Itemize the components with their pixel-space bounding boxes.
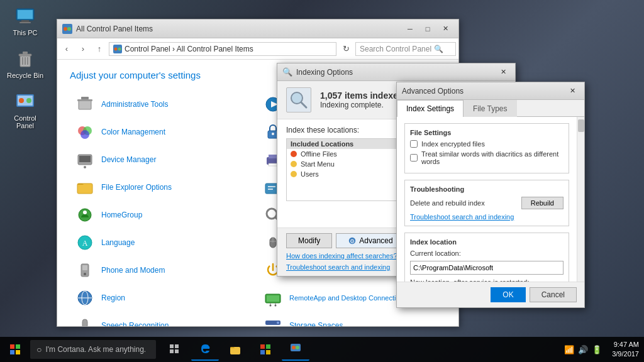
index-location-title: Index location [410, 238, 564, 246]
control-panel-desktop-label: Control Panel [14, 114, 36, 129]
taskbar-clock[interactable]: 9:47 AM 3/9/2017 [607, 340, 644, 359]
troubleshooting-section: Troubleshooting Delete and rebuild index… [404, 180, 569, 226]
index-encrypted-checkbox[interactable] [410, 140, 418, 148]
cancel-button[interactable]: Cancel [530, 287, 577, 302]
file-settings-title: File Settings [410, 129, 564, 136]
tab-file-types[interactable]: File Types [464, 100, 516, 117]
address-path[interactable]: Control Panel › All Control Panel Items [109, 42, 336, 56]
svg-rect-80 [260, 344, 265, 349]
minimize-button[interactable]: ─ [402, 23, 418, 35]
cp-item-file-explorer[interactable]: File Explorer Options [70, 173, 258, 201]
battery-icon[interactable]: 🔋 [592, 345, 602, 354]
svg-rect-37 [265, 184, 278, 194]
color-mgmt-label: Color Management [101, 128, 165, 136]
scrollbar-thumb[interactable] [578, 119, 584, 132]
forward-button[interactable]: › [76, 42, 90, 56]
taskbar-search[interactable]: ○ I'm Cortana. Ask me anything. [30, 340, 156, 359]
network-icon[interactable]: 📶 [564, 345, 574, 354]
svg-rect-2 [21, 20, 29, 22]
speech-label: Speech Recognition [101, 321, 169, 326]
window-titlebar: All Control Panel Items ─ □ ✕ [57, 19, 458, 38]
recycle-bin-icon[interactable]: Recycle Bin [6, 49, 44, 79]
start-menu-label: Start Menu [301, 160, 335, 168]
svg-point-29 [272, 133, 274, 135]
advanced-scrollbar[interactable] [577, 117, 584, 282]
svg-rect-82 [260, 350, 265, 354]
volume-icon[interactable]: 🔊 [578, 345, 588, 354]
svg-rect-1 [18, 10, 33, 19]
offline-files-bullet [291, 151, 297, 157]
cp-item-homegroup[interactable]: HomeGroup [70, 201, 258, 229]
cp-item-phone-modem[interactable]: Phone and Modem [70, 256, 258, 284]
indexing-title-icon: 🔍 [282, 67, 292, 77]
file-settings-section: File Settings Index encrypted files Trea… [404, 123, 569, 173]
maximize-button[interactable]: □ [419, 23, 436, 35]
svg-text:A: A [82, 239, 88, 248]
advanced-footer: OK Cancel [397, 282, 584, 307]
admin-tools-label: Administrative Tools [101, 100, 169, 109]
control-panel-taskbar-button[interactable] [282, 338, 309, 361]
refresh-button[interactable]: ↻ [339, 42, 353, 56]
svg-point-13 [26, 98, 31, 103]
delete-rebuild-label: Delete and rebuild index [410, 199, 485, 207]
speech-icon [75, 315, 95, 326]
back-button[interactable]: ‹ [60, 42, 74, 56]
cp-item-language[interactable]: A Language [70, 229, 258, 256]
modify-button[interactable]: Modify [286, 233, 332, 248]
troubleshoot-link[interactable]: Troubleshoot search and indexing [410, 213, 564, 221]
svg-rect-35 [269, 163, 277, 166]
up-button[interactable]: ↑ [92, 42, 106, 56]
desktop: This PC Recycle Bin [0, 0, 644, 362]
svg-rect-78 [175, 349, 179, 353]
advanced-titlebar: Advanced Options ✕ [397, 82, 584, 100]
cp-item-admin-tools[interactable]: Administrative Tools [70, 90, 258, 118]
remote-icon [263, 288, 283, 308]
tab-index-settings[interactable]: Index Settings [397, 100, 464, 117]
svg-rect-75 [170, 344, 174, 348]
taskbar-items [156, 338, 559, 361]
current-location-input[interactable] [410, 261, 564, 275]
svg-rect-74 [16, 350, 20, 354]
homegroup-icon [75, 205, 95, 225]
cp-item-storage[interactable]: Storage Spaces [258, 312, 446, 326]
device-mgr-icon [75, 150, 95, 170]
close-button[interactable]: ✕ [437, 23, 453, 35]
clock-date: 3/9/2017 [612, 349, 639, 359]
explorer-taskbar-button[interactable] [221, 338, 249, 361]
svg-point-65 [277, 322, 279, 324]
control-panel-desktop-icon[interactable]: Control Panel [6, 92, 44, 129]
task-view-button[interactable] [161, 338, 189, 361]
new-location-label: New location, after service is restarted… [410, 278, 564, 282]
items-indexed-count: 1,057 items indexed [320, 90, 403, 101]
cp-item-speech[interactable]: Speech Recognition [70, 312, 258, 326]
cp-item-device-mgr[interactable]: Device Manager [70, 146, 258, 173]
desktop-icons-area: This PC Recycle Bin [6, 6, 44, 129]
cp-item-color-mgmt[interactable]: Color Management [70, 118, 258, 146]
svg-text:⚙: ⚙ [350, 238, 355, 244]
advanced-button[interactable]: ⚙ Advanced [336, 233, 404, 248]
ok-button[interactable]: OK [491, 287, 525, 302]
address-bar: ‹ › ↑ Control Panel › All Control Panel … [57, 38, 458, 60]
edge-taskbar-button[interactable] [191, 338, 219, 361]
start-button[interactable] [0, 337, 30, 362]
svg-point-86 [296, 346, 299, 349]
indexing-close-button[interactable]: ✕ [496, 67, 510, 78]
rebuild-button[interactable]: Rebuild [521, 197, 564, 209]
file-explorer-label: File Explorer Options [101, 183, 172, 192]
svg-rect-51 [82, 265, 87, 270]
storage-label: Storage Spaces [289, 321, 343, 326]
advanced-close-button[interactable]: ✕ [565, 85, 579, 97]
diacritics-checkbox[interactable] [410, 154, 418, 162]
users-bullet [291, 171, 297, 177]
svg-rect-6 [23, 52, 28, 54]
device-mgr-label: Device Manager [101, 155, 156, 164]
this-pc-icon[interactable]: This PC [6, 6, 44, 36]
cp-item-region[interactable]: Region [70, 284, 258, 312]
cortana-icon: ○ [36, 344, 42, 354]
svg-point-27 [80, 130, 89, 139]
store-taskbar-button[interactable] [252, 338, 279, 361]
language-icon: A [75, 233, 95, 253]
storage-icon [263, 315, 283, 326]
indexing-stats: 1,057 items indexed Indexing complete. [320, 90, 403, 109]
search-box[interactable]: Search Control Panel 🔍 [355, 42, 456, 56]
